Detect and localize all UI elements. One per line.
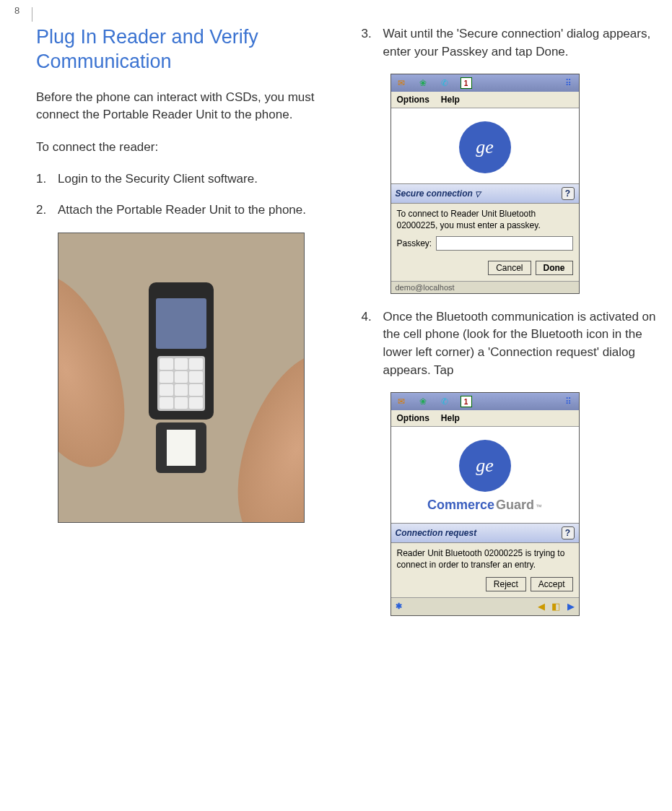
menu-help[interactable]: Help — [441, 413, 460, 423]
mail-icon: ✉ — [396, 77, 407, 89]
globe-icon: ❀ — [417, 77, 429, 89]
step-1: 1. Login to the Security Client software… — [36, 170, 333, 188]
step-1-number: 1. — [36, 170, 48, 188]
connect-label: To connect the reader: — [36, 139, 333, 157]
mail-icon: ✉ — [396, 396, 407, 407]
dialog-titlebar: Secure connection ? — [391, 183, 579, 204]
dialog-body: To connect to Reader Unit Bluetooth 0200… — [391, 204, 579, 256]
phone-icon: ✆ — [439, 396, 450, 407]
ge-logo: ge — [459, 440, 511, 492]
play-icon: ▶ — [567, 601, 575, 612]
menu-options[interactable]: Options — [397, 413, 429, 423]
menu-bar: Options Help — [391, 92, 579, 108]
passkey-label: Passkey: — [397, 238, 432, 249]
speaker-icon: ◀ — [538, 601, 545, 612]
step-4-text: Once the Bluetooth communication is acti… — [383, 308, 658, 380]
calendar-icon: 1 — [461, 396, 472, 407]
ge-logo: ge — [459, 121, 511, 173]
reader-illustration — [156, 422, 206, 473]
brand-text: CommerceGuard™ — [427, 498, 542, 513]
apps-icon: ⠿ — [563, 77, 575, 89]
step-4: 4. Once the Bluetooth communication is a… — [362, 308, 658, 380]
page-number: 8 — [14, 7, 32, 22]
dialog-body-text: Reader Unit Bluetooth 02000225 is trying… — [397, 547, 573, 571]
logo-area: ge CommerceGuard™ — [391, 427, 579, 523]
reject-button[interactable]: Reject — [486, 577, 526, 591]
cancel-button[interactable]: Cancel — [488, 261, 531, 275]
status-bar: demo@localhost — [391, 281, 579, 293]
accept-button[interactable]: Accept — [531, 577, 573, 591]
step-2-text: Attach the Portable Reader Unit to the p… — [58, 201, 306, 220]
step-3-text: Wait until the 'Secure connection' dialo… — [383, 25, 658, 61]
section-title: Plug In Reader and Verify Communication — [36, 25, 333, 74]
passkey-input[interactable] — [436, 236, 572, 251]
dialog-body-text: To connect to Reader Unit Bluetooth 0200… — [397, 208, 573, 231]
dialog-body: Reader Unit Bluetooth 02000225 is trying… — [391, 543, 579, 572]
help-icon[interactable]: ? — [562, 187, 575, 200]
status-icon-bar: ✉ ❀ ✆ 1 ⠿ — [391, 74, 579, 92]
bluetooth-icon: ✱ — [396, 602, 402, 611]
globe-icon: ❀ — [417, 396, 429, 407]
step-2-number: 2. — [36, 201, 48, 220]
logo-area: ge — [391, 108, 579, 183]
step-1-text: Login to the Security Client software. — [58, 170, 258, 188]
status-bar: ✱ ◀ ◧ ▶ — [391, 597, 579, 615]
help-icon[interactable]: ? — [562, 526, 575, 539]
apps-icon: ⠿ — [563, 396, 575, 407]
intro-paragraph: Before the phone can interact with CSDs,… — [36, 89, 333, 124]
menu-bar: Options Help — [391, 410, 579, 427]
step-4-number: 4. — [362, 308, 373, 380]
status-icon-bar: ✉ ❀ ✆ 1 ⠿ — [391, 393, 579, 410]
dialog-title: Secure connection — [396, 188, 473, 199]
step-3-number: 3. — [362, 25, 373, 61]
note-icon: ◧ — [551, 601, 560, 612]
chevron-down-icon[interactable] — [473, 188, 481, 199]
screenshot-connection-request: ✉ ❀ ✆ 1 ⠿ Options Help ge CommerceGu — [390, 392, 580, 615]
menu-help[interactable]: Help — [441, 95, 460, 105]
calendar-icon: 1 — [461, 77, 472, 89]
figure-phone-reader-photo — [58, 233, 305, 523]
screenshot-secure-connection: ✉ ❀ ✆ 1 ⠿ Options Help ge Secur — [390, 74, 580, 293]
step-2: 2. Attach the Portable Reader Unit to th… — [36, 201, 333, 220]
dialog-titlebar: Connection request ? — [391, 523, 579, 543]
step-3: 3. Wait until the 'Secure connection' di… — [362, 25, 658, 61]
phone-icon: ✆ — [439, 77, 450, 89]
menu-options[interactable]: Options — [397, 95, 429, 105]
done-button[interactable]: Done — [536, 261, 573, 275]
phone-illustration — [149, 282, 214, 420]
dialog-title: Connection request — [396, 528, 477, 538]
